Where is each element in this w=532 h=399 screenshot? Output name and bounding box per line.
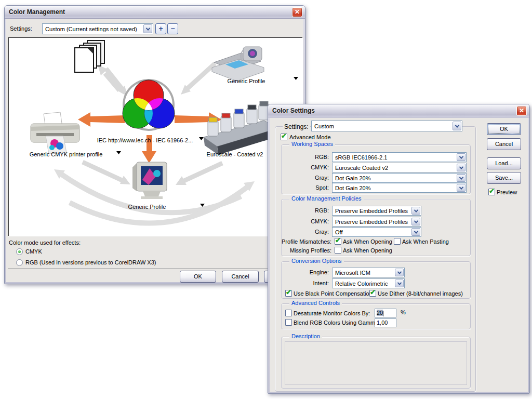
ws-cmyk-combobox[interactable]: Euroscale Coated v2	[332, 163, 467, 172]
pol-rgb-label: RGB:	[270, 207, 329, 214]
remove-settings-button[interactable]: −	[167, 23, 178, 34]
check-icon: ✔	[335, 236, 341, 244]
text-caret	[383, 311, 383, 316]
chevron-down-icon[interactable]	[395, 269, 404, 276]
black-point-label[interactable]: Use Black Point Compensation	[294, 290, 373, 297]
load-button[interactable]: Load...	[487, 157, 521, 169]
dither-checkbox[interactable]: ✔	[369, 290, 376, 297]
color-settings-titlebar[interactable]: Color Settings ✕	[268, 104, 529, 117]
ws-spot-value: Dot Gain 20%	[332, 185, 456, 191]
preview-label[interactable]: Preview	[497, 189, 517, 195]
pol-cmyk-value: Preserve Embedded Profiles	[332, 219, 411, 225]
mismatch-ask-pasting-label[interactable]: Ask When Pasting	[402, 238, 449, 245]
intent-combobox[interactable]: Relative Colorimetric	[332, 278, 405, 288]
cmyk-radio-label[interactable]: CMYK	[25, 248, 42, 255]
monitor-icon[interactable]	[132, 162, 167, 199]
color-settings-window: Color Settings ✕ Settings: Custom ✔ Adva…	[268, 104, 530, 394]
dropdown-arrow-icon[interactable]	[294, 77, 298, 80]
check-icon: ✔	[286, 288, 291, 296]
divider	[8, 268, 303, 269]
ws-spot-label: Spot:	[270, 184, 329, 191]
engine-combobox[interactable]: Microsoft ICM	[332, 268, 405, 277]
dropdown-arrow-icon[interactable]	[199, 137, 204, 140]
monitor-profile-label[interactable]: Generic Profile	[128, 204, 166, 210]
close-icon[interactable]: ✕	[292, 7, 302, 17]
chevron-down-icon[interactable]	[411, 207, 420, 215]
chevron-down-icon[interactable]	[457, 184, 466, 192]
preview-checkbox[interactable]: ✔	[488, 189, 495, 195]
chevron-down-icon[interactable]	[411, 228, 420, 236]
rgb-profile-label[interactable]: IEC http://www.iec.ch - IEC 61966-2...	[97, 137, 193, 143]
check-icon: ✔	[281, 132, 287, 140]
cancel-button[interactable]: Cancel	[222, 271, 259, 283]
chevron-down-icon[interactable]	[411, 218, 420, 225]
mismatch-ask-pasting-checkbox[interactable]: ✔	[394, 238, 401, 245]
rgb-radio[interactable]	[16, 259, 23, 266]
blend-gamma-checkbox[interactable]: ✔	[285, 319, 292, 326]
ws-rgb-combobox[interactable]: sRGB IEC61966-2.1	[332, 152, 467, 162]
engine-label: Engine:	[270, 269, 329, 275]
chevron-down-icon[interactable]	[395, 280, 404, 287]
blend-gamma-label[interactable]: Blend RGB Colors Using Gamma:	[294, 320, 380, 326]
settings-combobox[interactable]: Custom	[311, 121, 462, 131]
window-title: Color Management	[9, 8, 292, 16]
press-profile-label[interactable]: Euroscale - Coated v2	[207, 151, 263, 157]
pol-cmyk-combobox[interactable]: Preserve Embedded Profiles	[332, 217, 421, 227]
pol-rgb-combobox[interactable]: Preserve Embedded Profiles	[332, 206, 421, 216]
missing-profiles-label: Missing Profiles:	[270, 247, 331, 254]
chevron-down-icon[interactable]	[457, 164, 466, 171]
cancel-button[interactable]: Cancel	[487, 138, 521, 150]
chevron-down-icon[interactable]	[457, 174, 466, 182]
rgb-radio-label[interactable]: RGB (Used in versions previous to CorelD…	[25, 259, 156, 265]
advanced-mode-checkbox[interactable]: ✔	[281, 134, 287, 140]
chevron-down-icon[interactable]	[457, 153, 466, 161]
mismatch-ask-opening-label[interactable]: Ask When Opening	[343, 238, 392, 245]
blend-gamma-value-field[interactable]: 1,00	[375, 318, 396, 327]
ok-button[interactable]: OK	[487, 123, 521, 135]
close-icon[interactable]: ✕	[516, 106, 527, 116]
printer-icon[interactable]	[31, 112, 79, 154]
missing-ask-opening-checkbox[interactable]: ✔	[335, 247, 341, 254]
ws-gray-combobox[interactable]: Dot Gain 20%	[332, 173, 467, 183]
dropdown-arrow-icon[interactable]	[116, 151, 121, 154]
cmyk-radio[interactable]	[16, 248, 23, 255]
group-title: Color Management Policies	[289, 195, 364, 202]
settings-label: Settings:	[283, 123, 310, 130]
desaturate-label[interactable]: Desaturate Monitor Colors By:	[294, 310, 370, 316]
group-title: Description	[289, 333, 322, 339]
settings-combobox[interactable]: Custom (Current settings not saved)	[42, 23, 153, 34]
ok-button[interactable]: OK	[180, 271, 216, 283]
ws-gray-label: Gray:	[270, 175, 329, 181]
color-management-body: Settings: Custom (Current settings not s…	[6, 19, 303, 282]
group-title: Advanced Controls	[289, 300, 342, 306]
chevron-down-icon[interactable]	[143, 24, 152, 33]
printer-profile-label[interactable]: Generic CMYK printer profile	[30, 151, 103, 157]
dropdown-arrow-icon[interactable]	[200, 204, 205, 207]
pol-gray-value: Off	[332, 229, 411, 235]
desaturate-value-field[interactable]: 20	[375, 309, 396, 317]
save-button[interactable]: Save...	[487, 172, 521, 184]
add-settings-button[interactable]: +	[155, 23, 166, 34]
ws-cmyk-label: CMYK:	[270, 164, 329, 170]
ws-cmyk-value: Euroscale Coated v2	[332, 165, 456, 171]
black-point-checkbox[interactable]: ✔	[285, 290, 292, 297]
mismatch-ask-opening-checkbox[interactable]: ✔	[335, 238, 341, 245]
ws-spot-combobox[interactable]: Dot Gain 20%	[332, 183, 467, 193]
intent-value: Relative Colorimetric	[332, 281, 394, 287]
check-icon: ✔	[370, 288, 376, 296]
scanner-camera-icon[interactable]	[212, 47, 264, 81]
group-title: Working Spaces	[289, 141, 335, 147]
desaturate-checkbox[interactable]: ✔	[285, 310, 292, 316]
engine-value: Microsoft ICM	[332, 270, 394, 276]
color-flow-diagram-panel: Generic Profile IEC http://www.iec.ch - …	[8, 37, 303, 236]
color-wheel-icon[interactable]	[123, 80, 175, 130]
settings-label: Settings:	[10, 25, 32, 32]
chevron-down-icon[interactable]	[453, 122, 461, 130]
ws-rgb-value: sRGB IEC61966-2.1	[332, 154, 456, 161]
missing-ask-opening-label[interactable]: Ask When Opening	[343, 247, 392, 254]
scanner-profile-label[interactable]: Generic Profile	[228, 78, 265, 84]
dither-label[interactable]: Use Dither (8-bit/channel images)	[378, 290, 463, 297]
color-management-titlebar[interactable]: Color Management ✕	[5, 6, 305, 19]
advanced-mode-label[interactable]: Advanced Mode	[289, 134, 331, 140]
pol-gray-combobox[interactable]: Off	[332, 227, 421, 237]
